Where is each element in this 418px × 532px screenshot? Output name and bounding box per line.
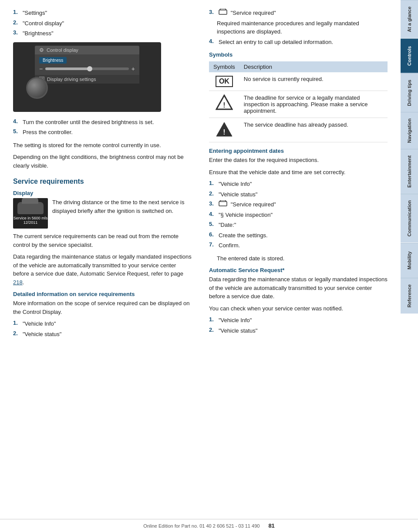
triangle-outline-icon: ! <box>216 94 233 110</box>
step-text-3: "Brightness" <box>23 29 192 38</box>
sidebar-tab-reference[interactable]: Reference <box>401 278 418 313</box>
footer: Online Edition for Part no. 01 40 2 606 … <box>0 519 418 532</box>
brightness-label-row: Brightness <box>39 57 135 64</box>
entering-step-text-1: "Vehicle Info" <box>219 180 388 189</box>
service-req-icon-2 <box>219 200 227 206</box>
description-col-header: Description <box>239 61 388 72</box>
sidebar-tab-navigation[interactable]: Navigation <box>401 112 418 149</box>
entering-step-num-3: 3. <box>209 200 217 209</box>
auto-step-1: 1. "Vehicle Info" <box>209 316 388 325</box>
sidebar-tab-mobility[interactable]: Mobility <box>401 243 418 278</box>
service-icon-inline-2 <box>219 200 227 209</box>
para-setting-stored: The setting is stored for the remote con… <box>13 141 192 150</box>
sidebar-tab-entertainment[interactable]: Entertainment <box>401 149 418 194</box>
page-wrapper: 1. "Settings" 2. "Control display" 3. "B… <box>0 0 418 532</box>
step-text-4: Turn the controller until the desired br… <box>23 118 192 127</box>
svg-rect-0 <box>219 10 227 14</box>
gear-icon: ⚙ <box>39 47 44 53</box>
page-number: 81 <box>268 522 274 529</box>
triangle-filled-icon: ! <box>213 121 235 138</box>
entering-step-2: 2. "Vehicle status" <box>209 190 388 199</box>
entering-step-6: 6. Create the settings. <box>209 231 388 240</box>
sidebar-tab-driving-tips[interactable]: Driving tips <box>401 73 418 112</box>
entering-step-7: 7. Confirm. <box>209 241 388 250</box>
display-para2: The current service requirements can be … <box>13 232 192 249</box>
steps-4-5: 4. Turn the controller until the desired… <box>13 118 192 137</box>
step-4: 4. Turn the controller until the desired… <box>13 118 192 127</box>
entering-step-text-5: "Date:" <box>219 221 388 229</box>
brightness-label: Brightness <box>39 57 67 64</box>
sidebar-tab-communication[interactable]: Communication <box>401 194 418 242</box>
entering-para2: Ensure that the vehicle date and time ar… <box>209 168 388 177</box>
footer-text: Online Edition for Part no. 01 40 2 606 … <box>143 523 260 529</box>
step-1: 1. "Settings" <box>13 9 192 17</box>
auto-para2: You can check when your service center w… <box>209 304 388 313</box>
step-r4-num: 4. <box>209 38 217 47</box>
sidebar: At a glance Controls Driving tips Naviga… <box>401 0 418 517</box>
step-text-2: "Control display" <box>23 19 192 28</box>
entering-step-text-6: Create the settings. <box>219 231 388 240</box>
step-3: 3. "Brightness" <box>13 29 192 38</box>
entering-step-4: 4. "§ Vehicle inspection" <box>209 211 388 219</box>
auto-step-text-1: "Vehicle Info" <box>219 316 388 325</box>
entering-step-num-2: 2. <box>209 190 217 199</box>
entering-step-5: 5. "Date:" <box>209 221 388 229</box>
steps-entering: 1. "Vehicle Info" 2. "Vehicle status" 3. <box>209 180 388 250</box>
entering-para1: Enter the dates for the required inspect… <box>209 156 388 165</box>
brightness-track <box>45 67 129 70</box>
entering-step-text-4: "§ Vehicle inspection" <box>219 211 388 219</box>
step-r3-desc: Required maintenance procedures and lega… <box>217 19 388 36</box>
cd-checkbox-row: ✓ Display driving settings <box>35 75 139 84</box>
step-r3: 3. "Service required" <box>209 9 388 17</box>
para-light-conditions: Depending on the light conditions, the b… <box>13 153 192 170</box>
cd-title-label: Control display <box>47 47 78 53</box>
symbol-row-triangle-filled: ! The service deadline has already passe… <box>209 118 388 142</box>
auto-step-text-2: "Vehicle status" <box>219 327 388 335</box>
svg-text:!: ! <box>223 101 225 109</box>
brightness-minus-icon: − <box>39 65 43 72</box>
step-detail-text-1: "Vehicle Info" <box>23 320 192 328</box>
cd-knob <box>26 77 48 99</box>
brightness-plus-icon: + <box>131 65 135 72</box>
entering-step-text-2: "Vehicle status" <box>219 190 388 199</box>
car-icon <box>17 202 44 214</box>
auto-step-num-2: 2. <box>209 327 217 335</box>
step-r3-text: "Service required" <box>219 9 388 17</box>
sidebar-tab-controls[interactable]: Controls <box>401 38 418 73</box>
section-service-requirements: Service requirements <box>13 178 192 185</box>
auto-para1: Data regarding the maintenance status or… <box>209 275 388 301</box>
entering-step-text-7: Confirm. <box>219 241 388 250</box>
entering-step-num-6: 6. <box>209 231 217 240</box>
display-para1: The driving distance or the time to the … <box>52 198 192 215</box>
brightness-fill <box>45 67 91 70</box>
service-thumbnail: Service in 5600 mls12/2011 <box>13 198 48 229</box>
entering-step-1: 1. "Vehicle Info" <box>209 180 388 189</box>
entering-step-num-7: 7. <box>209 241 217 250</box>
service-icon-inline <box>219 9 227 17</box>
cd-checkbox-label: Display driving settings <box>47 77 96 82</box>
left-column: 1. "Settings" 2. "Control display" 3. "B… <box>13 9 200 499</box>
page-link-218[interactable]: 218 <box>13 279 23 286</box>
svg-rect-5 <box>219 202 227 206</box>
steps-top: 1. "Settings" 2. "Control display" 3. "B… <box>13 9 192 38</box>
auto-step-num-1: 1. <box>209 316 217 325</box>
symbol-ok-cell: OK <box>209 72 239 91</box>
cd-brightness-bar: Brightness − + <box>35 54 139 75</box>
step-text-5: Press the controller. <box>23 128 192 137</box>
brightness-thumb <box>87 66 92 71</box>
section-auto-service: Automatic Service Request* <box>209 267 388 273</box>
svg-text:!: ! <box>223 128 225 136</box>
detailed-para: More information on the scope of service… <box>13 299 192 316</box>
step-num-3: 3. <box>13 29 21 38</box>
step-detail-num-1: 1. <box>13 320 21 328</box>
entering-step-3: 3. "Service required" <box>209 200 388 209</box>
service-thumbnail-text: Service in 5600 mls12/2011 <box>13 216 48 225</box>
entered-stored-text: The entered date is stored. <box>217 254 388 263</box>
sidebar-tab-at-a-glance[interactable]: At a glance <box>401 0 418 38</box>
step-r4: 4. Select an entry to call up detailed i… <box>209 38 388 47</box>
content-area: 1. "Settings" 2. "Control display" 3. "B… <box>0 0 418 532</box>
section-symbols: Symbols <box>209 51 388 58</box>
section-entering-dates: Entering appointment dates <box>209 148 388 154</box>
right-column: 3. "Service required" Required maintenan… <box>200 9 388 499</box>
step-num-5: 5. <box>13 128 21 137</box>
